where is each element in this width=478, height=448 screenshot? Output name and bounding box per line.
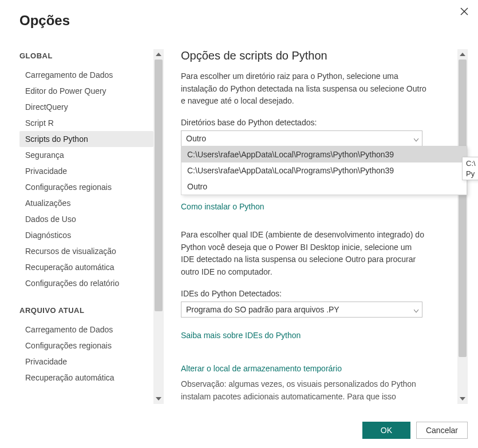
dropdown-option[interactable]: Outro — [181, 179, 467, 195]
chevron-down-icon — [414, 305, 418, 314]
chevron-down-icon — [414, 134, 418, 143]
sidebar-item-directquery[interactable]: DirectQuery — [19, 99, 153, 115]
chevron-up-icon — [156, 53, 161, 56]
python-dir-select[interactable]: Outro — [181, 130, 422, 146]
chevron-up-icon — [460, 53, 465, 56]
dropdown-option[interactable]: C:\Users\rafae\AppData\Local\Programs\Py… — [181, 146, 467, 162]
chevron-down-icon — [460, 397, 465, 401]
tooltip-line: C:\ — [466, 159, 476, 168]
cancel-button[interactable]: Cancelar — [416, 422, 468, 439]
dialog-footer: OK Cancelar — [362, 422, 468, 439]
temp-storage-note: Observação: algumas vezes, os visuais pe… — [181, 378, 433, 403]
dialog-body: GLOBAL Carregamento de Dados Editor do P… — [19, 49, 468, 404]
dialog-title: Opções — [19, 13, 468, 29]
sidebar-item-regional[interactable]: Configurações regionais — [19, 179, 153, 195]
sidebar-scrollbar[interactable] — [153, 49, 164, 404]
scroll-down-button[interactable] — [153, 394, 164, 404]
sidebar-item-report-settings[interactable]: Configurações do relatório — [19, 275, 153, 291]
sidebar-list: GLOBAL Carregamento de Dados Editor do P… — [19, 49, 153, 404]
sidebar-item-r-script[interactable]: Script R — [19, 115, 153, 131]
sidebar-item-diagnostics[interactable]: Diagnósticos — [19, 227, 153, 243]
intro-text: Para escolher um diretório raiz para o P… — [181, 70, 427, 108]
ide-learn-more-link[interactable]: Saiba mais sobre IDEs do Python — [181, 331, 301, 340]
sidebar-item-cf-auto-recovery[interactable]: Recuperação automática — [19, 370, 153, 386]
python-dir-label: Diretórios base do Python detectados: — [181, 118, 453, 127]
sidebar-item-preview-features[interactable]: Recursos de visualização — [19, 243, 153, 259]
path-tooltip: C:\ Py — [462, 157, 478, 180]
sidebar-item-privacy[interactable]: Privacidade — [19, 163, 153, 179]
sidebar-item-cf-privacy[interactable]: Privacidade — [19, 354, 153, 370]
sidebar-item-security[interactable]: Segurança — [19, 147, 153, 163]
options-dialog: Opções GLOBAL Carregamento de Dados Edit… — [0, 0, 478, 448]
ok-button[interactable]: OK — [362, 422, 410, 439]
close-button[interactable] — [457, 5, 471, 18]
python-ide-selected-value: Programa do SO padrão para arquivos .PY — [186, 305, 339, 314]
sidebar-item-power-query[interactable]: Editor do Power Query — [19, 83, 153, 99]
sidebar-item-usage-data[interactable]: Dados de Uso — [19, 211, 153, 227]
sidebar-item-cf-data-load[interactable]: Carregamento de Dados — [19, 322, 153, 338]
main-scrollbar[interactable] — [457, 49, 468, 404]
sidebar-item-cf-regional[interactable]: Configurações regionais — [19, 338, 153, 354]
temp-storage-heading[interactable]: Alterar o local de armazenamento temporá… — [181, 364, 342, 373]
main-panel-wrap: Opções de scripts do Python Para escolhe… — [181, 49, 468, 404]
sidebar-item-data-load[interactable]: Carregamento de Dados — [19, 67, 153, 83]
sidebar-item-auto-recovery[interactable]: Recuperação automática — [19, 259, 153, 275]
scroll-up-button[interactable] — [457, 49, 468, 60]
sidebar-item-updates[interactable]: Atualizações — [19, 195, 153, 211]
python-dir-dropdown: C:\Users\rafae\AppData\Local\Programs\Py… — [181, 146, 467, 195]
python-ide-select[interactable]: Programa do SO padrão para arquivos .PY — [181, 302, 422, 318]
scroll-down-button[interactable] — [457, 394, 468, 404]
chevron-down-icon — [156, 397, 161, 401]
sidebar: GLOBAL Carregamento de Dados Editor do P… — [19, 49, 164, 404]
page-heading: Opções de scripts do Python — [181, 49, 453, 62]
dropdown-option[interactable]: C:\Users\rafae\AppData\Local\Programs\Py… — [181, 162, 467, 179]
scrollbar-thumb[interactable] — [155, 60, 163, 311]
sidebar-section-current-file: ARQUIVO ATUAL — [19, 304, 153, 317]
ide-label: IDEs do Python Detectados: — [181, 289, 453, 298]
ide-intro-text: Para escolher qual IDE (ambiente de dese… — [181, 229, 427, 279]
install-python-link[interactable]: Como instalar o Python — [181, 202, 264, 211]
scroll-up-button[interactable] — [153, 49, 164, 60]
tooltip-line: Py — [466, 169, 475, 178]
main-panel: Opções de scripts do Python Para escolhe… — [181, 49, 457, 404]
python-dir-selected-value: Outro — [186, 134, 206, 143]
scrollbar-thumb[interactable] — [459, 60, 467, 357]
sidebar-item-python-scripts[interactable]: Scripts do Python — [19, 131, 153, 147]
sidebar-section-global: GLOBAL — [19, 49, 153, 62]
close-icon — [460, 7, 468, 15]
